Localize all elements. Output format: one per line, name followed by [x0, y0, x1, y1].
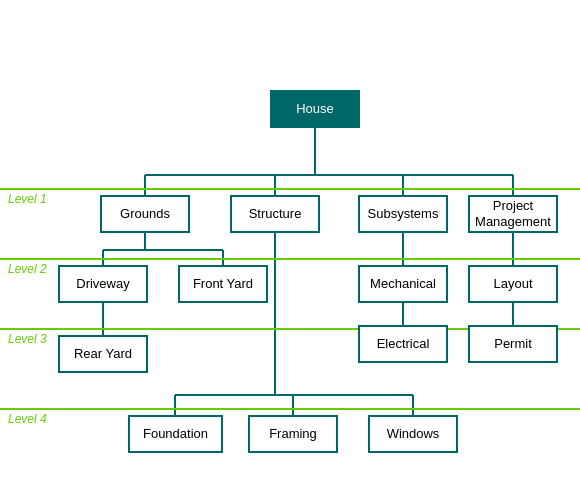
wbs-box-permit: Permit	[468, 325, 558, 363]
wbs-box-frontyard: Front Yard	[178, 265, 268, 303]
wbs-box-driveway: Driveway	[58, 265, 148, 303]
page-title	[0, 0, 580, 28]
wbs-box-subsystems: Subsystems	[358, 195, 448, 233]
wbs-box-house: House	[270, 90, 360, 128]
level-label: Level 3	[8, 332, 47, 346]
level-line	[0, 408, 580, 410]
wbs-box-rearyard: Rear Yard	[58, 335, 148, 373]
wbs-box-mechanical: Mechanical	[358, 265, 448, 303]
wbs-box-projmgmt: Project Management	[468, 195, 558, 233]
level-label: Level 4	[8, 412, 47, 426]
wbs-box-electrical: Electrical	[358, 325, 448, 363]
level-line	[0, 258, 580, 260]
page: Level 1Level 2Level 3Level 4HouseGrounds…	[0, 0, 580, 500]
wbs-box-foundation: Foundation	[128, 415, 223, 453]
level-label: Level 2	[8, 262, 47, 276]
wbs-box-grounds: Grounds	[100, 195, 190, 233]
level-line	[0, 188, 580, 190]
wbs-box-framing: Framing	[248, 415, 338, 453]
wbs-box-structure: Structure	[230, 195, 320, 233]
wbs-box-layout: Layout	[468, 265, 558, 303]
wbs-box-windows: Windows	[368, 415, 458, 453]
level-label: Level 1	[8, 192, 47, 206]
